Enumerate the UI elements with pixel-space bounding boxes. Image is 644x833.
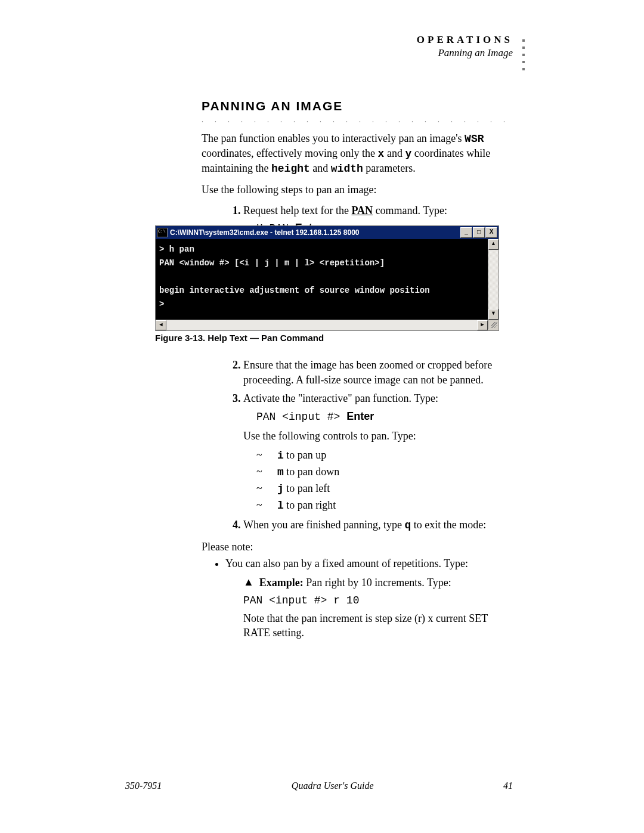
section-label: Panning an Image	[417, 47, 513, 60]
step3-enter: Enter	[346, 410, 374, 422]
step1-b: command. Type:	[373, 205, 447, 216]
term-l4: >	[159, 299, 164, 309]
title-dots: . . . . . . . . . . . . . . . . . . . . …	[202, 116, 506, 125]
intro-p2: Use the following steps to pan an image:	[202, 183, 506, 197]
step4-b: to exit the mode:	[411, 519, 486, 531]
figure-caption: Figure 3-13. Help Text — Pan Command	[155, 333, 324, 343]
vertical-scrollbar[interactable]: ▲ ▼	[488, 239, 499, 320]
example-line: ▲ Example: Pan right by 10 increments. T…	[243, 575, 506, 590]
console-window: C:\WINNT\system32\cmd.exe - telnet 192.1…	[155, 225, 499, 331]
minimize-button[interactable]: _	[460, 227, 472, 238]
doc-number: 350-7951	[125, 781, 162, 791]
ctrl-m: m to pan down	[256, 464, 506, 481]
step-3: Activate the "interactive" pan function.…	[243, 391, 506, 513]
intro-t5: and	[310, 162, 331, 174]
controls-intro: Use the following controls to pan. Type:	[243, 429, 506, 444]
ctrl-l: l to pan right	[256, 497, 506, 514]
note-1: You can also pan by a fixed amount of re…	[225, 556, 506, 640]
intro-t1: The pan function enables you to interact…	[202, 132, 465, 144]
chapter-label: OPERATIONS	[417, 33, 513, 47]
intro-x: x	[378, 148, 385, 160]
example-text: Pan right by 10 increments. Type:	[304, 577, 451, 589]
vscroll-track[interactable]	[488, 250, 499, 309]
hscroll-track[interactable]	[166, 320, 477, 330]
content-top: PANNING AN IMAGE . . . . . . . . . . . .…	[202, 99, 506, 240]
ctrl-i: i to pan up	[256, 447, 506, 464]
intro-t6: parameters.	[363, 162, 416, 174]
step-4: When you are finished panning, type q to…	[243, 518, 506, 533]
ctrl-l-key: l	[277, 500, 284, 512]
scroll-down-button[interactable]: ▼	[488, 309, 499, 320]
controls-list: i to pan up m to pan down j to pan left …	[256, 447, 506, 514]
resize-grip[interactable]	[488, 320, 499, 329]
please-note: Please note:	[202, 540, 506, 555]
page-title: PANNING AN IMAGE	[202, 99, 506, 113]
ctrl-m-key: m	[277, 466, 284, 478]
ctrl-j: j to pan left	[256, 481, 506, 497]
running-head: OPERATIONS Panning an Image	[417, 33, 513, 60]
ctrl-i-text: to pan up	[284, 449, 327, 461]
titlebar: C:\WINNT\system32\cmd.exe - telnet 192.1…	[156, 226, 499, 239]
step4-a: When you are finished panning, type	[243, 519, 404, 531]
intro-t2: coordinates, effectively moving only the	[202, 147, 378, 159]
triangle-icon: ▲	[243, 575, 254, 590]
ctrl-j-key: j	[277, 483, 284, 495]
ctrl-j-text: to pan left	[284, 482, 330, 494]
steps-list-bottom: Ensure that the image has been zoomed or…	[202, 358, 506, 533]
close-button[interactable]: X	[485, 227, 497, 238]
scroll-right-button[interactable]: ►	[477, 320, 488, 330]
window-title: C:\WINNT\system32\cmd.exe - telnet 192.1…	[170, 228, 360, 237]
note1-text: You can also pan by a fixed amount of re…	[225, 558, 468, 569]
notes-list: You can also pan by a fixed amount of re…	[208, 556, 506, 640]
header-dots	[522, 39, 525, 70]
intro-y: y	[405, 148, 411, 160]
page-footer: 350-7951 Quadra User's Guide 41	[125, 781, 513, 791]
intro-height: height	[271, 163, 310, 175]
scroll-left-button[interactable]: ◄	[156, 320, 166, 330]
page-number: 41	[503, 781, 513, 791]
step3-cmd: PAN <input #>	[256, 411, 346, 423]
page: OPERATIONS Panning an Image PANNING AN I…	[0, 0, 644, 833]
step1-a: Request help text for the	[243, 205, 351, 216]
terminal-output: > h pan PAN <window #> [<i | j | m | l> …	[156, 239, 488, 320]
term-l3: begin interactive adjustment of source w…	[159, 286, 430, 295]
scroll-up-button[interactable]: ▲	[488, 239, 499, 250]
ctrl-m-text: to pan down	[284, 466, 340, 478]
window-buttons: _ □ X	[460, 227, 497, 238]
step3-command: PAN <input #> Enter	[256, 409, 506, 425]
maximize-button[interactable]: □	[473, 227, 485, 238]
horizontal-scrollbar[interactable]: ◄ ►	[156, 320, 499, 330]
note1-followup: Note that the pan increment is step size…	[243, 612, 506, 640]
ctrl-i-key: i	[277, 450, 284, 462]
intro-paragraph: The pan function enables you to interact…	[202, 132, 506, 176]
console-figure: C:\WINNT\system32\cmd.exe - telnet 192.1…	[155, 225, 501, 331]
example-label: Example:	[259, 577, 304, 589]
step1-pan: PAN	[351, 205, 373, 216]
example-command: PAN <input #> r 10	[243, 593, 506, 608]
intro-width: width	[331, 163, 363, 175]
step4-q: q	[404, 519, 411, 531]
step3-text: Activate the "interactive" pan function.…	[243, 392, 438, 404]
intro-wsr: WSR	[465, 133, 484, 145]
term-l1: > h pan	[159, 244, 194, 254]
cmd-icon	[157, 228, 168, 237]
ctrl-l-text: to pan right	[284, 499, 336, 511]
step-2: Ensure that the image has been zoomed or…	[243, 358, 506, 388]
intro-t3: and	[384, 147, 405, 159]
example-cmd: PAN <input #> r 10	[243, 594, 359, 606]
term-l2: PAN <window #> [<i | j | m | l> <repetit…	[159, 258, 385, 268]
doc-title: Quadra User's Guide	[292, 781, 374, 791]
content-bottom: Ensure that the image has been zoomed or…	[202, 352, 506, 643]
